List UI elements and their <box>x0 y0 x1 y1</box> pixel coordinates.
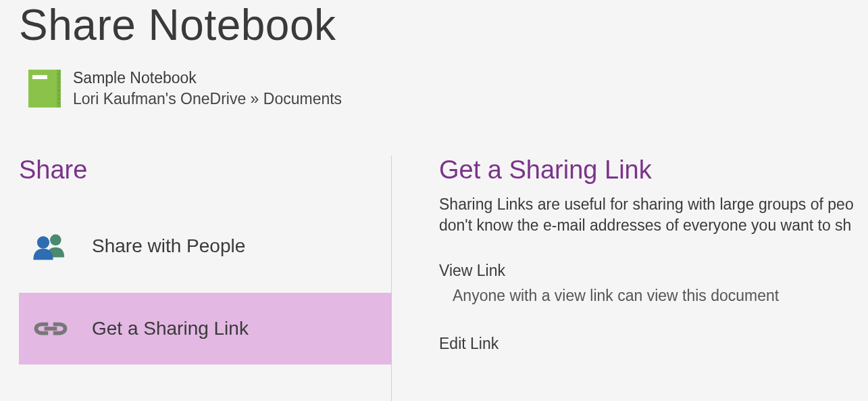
svg-point-5 <box>37 236 49 248</box>
share-option-people-label: Share with People <box>92 235 245 257</box>
svg-point-4 <box>50 235 61 246</box>
share-sidebar: Share Share with People Get a <box>0 156 392 401</box>
share-option-link-label: Get a Sharing Link <box>92 318 249 339</box>
main-description: Sharing Links are useful for sharing wit… <box>439 194 865 236</box>
main-heading: Get a Sharing Link <box>439 156 865 185</box>
view-link-label: View Link <box>439 262 865 280</box>
edit-link-label: Edit Link <box>439 335 865 353</box>
notebook-name: Sample Notebook <box>73 69 342 87</box>
notebook-icon <box>28 70 61 108</box>
people-icon <box>28 231 73 261</box>
view-link-description: Anyone with a view link can view this do… <box>439 287 865 305</box>
share-option-people[interactable]: Share with People <box>19 210 392 282</box>
page-title: Share Notebook <box>0 0 868 57</box>
link-icon <box>28 319 73 339</box>
svg-rect-2 <box>57 70 61 108</box>
main-panel: Get a Sharing Link Sharing Links are use… <box>392 156 865 401</box>
svg-rect-1 <box>32 75 47 79</box>
share-option-link[interactable]: Get a Sharing Link <box>19 293 392 364</box>
notebook-path: Lori Kaufman's OneDrive » Documents <box>73 90 342 108</box>
notebook-info: Sample Notebook Lori Kaufman's OneDrive … <box>0 57 868 115</box>
svg-rect-6 <box>45 327 57 331</box>
share-heading: Share <box>19 156 391 185</box>
